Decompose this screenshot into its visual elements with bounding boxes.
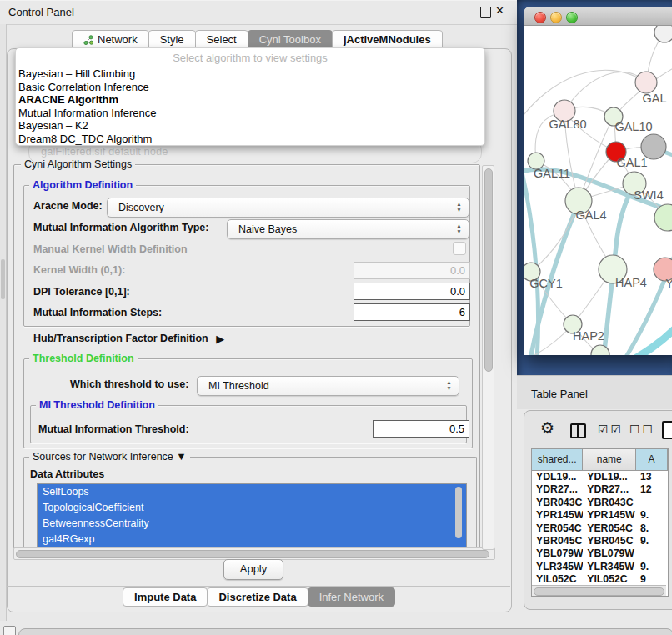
table-row[interactable]: YER054CYER054C8. xyxy=(532,522,668,535)
tab-discretize-data[interactable]: Discretize Data xyxy=(207,588,308,607)
hub-definition-label: Hub/Transcription Factor Definition xyxy=(33,332,208,344)
list-scrollbar-thumb[interactable] xyxy=(455,487,462,538)
which-threshold-label: Which threshold to use: xyxy=(70,378,188,390)
algorithm-option-aracne-algorithm[interactable]: ARACNE Algorithm xyxy=(16,93,484,107)
table-row[interactable]: YBR045CYBR045C9. xyxy=(532,535,668,548)
which-threshold-select[interactable]: MI Threshold ▲▼ xyxy=(197,376,459,396)
table-row[interactable]: YLR345WYLR345W9. xyxy=(532,561,668,573)
mi-steps-field[interactable]: 6 xyxy=(354,303,470,321)
manual-kernel-checkbox[interactable] xyxy=(453,242,466,255)
mi-threshold-title: MI Threshold Definition xyxy=(36,399,158,411)
left-splitter-strip[interactable] xyxy=(0,24,7,621)
tab-impute-data[interactable]: Impute Data xyxy=(123,588,208,607)
table-row[interactable]: YPR145WYPR145W9. xyxy=(532,509,668,522)
algorithm-option-mutual-information-inference[interactable]: Mutual Information Inference xyxy=(16,107,484,120)
column-header-shared[interactable]: shared... xyxy=(532,449,583,470)
node-label: HAP2 xyxy=(573,329,604,342)
corner-widget[interactable] xyxy=(3,626,16,635)
tab-label: Cyni Toolbox xyxy=(259,31,321,49)
show-columns-icon[interactable]: ☑☑ xyxy=(598,422,624,436)
mi-steps-label: Mutual Information Steps: xyxy=(33,307,162,318)
network-window[interactable]: GALGAL80GAL10GAL1SWI4GAL11GAL4GCY1HAP4YH… xyxy=(524,7,672,355)
data-attribute-gal4rgexp[interactable]: gal4RGexp xyxy=(38,532,466,548)
column-header-name[interactable]: name xyxy=(583,449,636,470)
dropdown-items: Bayesian – Hill ClimbingBasic Correlatio… xyxy=(16,68,484,145)
cell-value: 13 xyxy=(636,471,668,483)
node-label: GAL4 xyxy=(575,208,606,222)
gear-icon[interactable]: ⚙ xyxy=(540,420,554,436)
float-window-icon[interactable] xyxy=(480,7,491,18)
mi-type-select[interactable]: Naive Bayes ▲▼ xyxy=(227,219,469,239)
hide-columns-icon[interactable]: ☐☐ xyxy=(629,422,655,436)
close-traffic-light[interactable] xyxy=(534,12,546,23)
cell-value: 9. xyxy=(636,535,668,548)
settings-horizontal-scrollbar[interactable] xyxy=(13,548,495,560)
cell-name: YER054C xyxy=(583,522,636,535)
data-attribute-selfloops[interactable]: SelfLoops xyxy=(38,484,466,500)
mi-type-value: Naive Bayes xyxy=(238,223,297,235)
network-icon xyxy=(83,35,93,45)
close-icon[interactable]: ✕ xyxy=(495,4,504,17)
network-node[interactable] xyxy=(635,72,657,93)
tab-label: Network xyxy=(98,31,138,49)
table-horizontal-scrollbar[interactable] xyxy=(532,585,666,596)
network-window-titlebar[interactable] xyxy=(524,7,672,26)
sources-toggle[interactable]: Sources for Network Inference ▼ xyxy=(29,451,190,462)
algorithm-option-bayesian-k2[interactable]: Bayesian – K2 xyxy=(16,119,484,132)
network-graph[interactable]: GALGAL80GAL10GAL1SWI4GAL11GAL4GCY1HAP4YH… xyxy=(524,26,672,355)
control-panel-titlebar: Control Panel ✕ xyxy=(0,0,517,25)
control-panel-title: Control Panel xyxy=(8,6,74,18)
table-panel-titlebar: Table Panel xyxy=(517,375,672,409)
chevron-right-icon: ▶ xyxy=(216,332,224,345)
divider xyxy=(7,586,510,587)
table-hscroll-thumb[interactable] xyxy=(534,588,664,596)
node-label: GAL80 xyxy=(549,118,586,131)
stepper-icon: ▲▼ xyxy=(455,201,463,212)
table-row[interactable]: YDR27...YDR27...12 xyxy=(532,483,668,496)
dpi-tolerance-field[interactable]: 0.0 xyxy=(354,282,470,300)
table-header-row: shared...nameA xyxy=(532,449,668,471)
hscroll-thumb[interactable] xyxy=(16,550,489,558)
data-attribute-betweennesscentrality[interactable]: BetweennessCentrality xyxy=(38,516,466,532)
table-row[interactable]: YBR043CYBR043C xyxy=(532,497,668,509)
kernel-width-field[interactable]: 0.0 xyxy=(354,262,470,279)
data-attribute-topologicalcoefficient[interactable]: TopologicalCoefficient xyxy=(38,500,466,516)
cell-value xyxy=(636,497,668,509)
vscroll-thumb[interactable] xyxy=(484,168,493,372)
minimize-traffic-light[interactable] xyxy=(550,12,562,23)
cell-name: YDR27... xyxy=(583,483,636,496)
column-header-a[interactable]: A xyxy=(636,449,668,470)
apply-button[interactable]: Apply xyxy=(223,559,283,580)
table-row[interactable]: YDL19...YDL19...13 xyxy=(532,471,668,483)
cell-shared-name: YER054C xyxy=(532,522,583,535)
network-node[interactable] xyxy=(654,26,672,42)
node-label: GAL10 xyxy=(614,120,652,133)
zoom-traffic-light[interactable] xyxy=(566,12,578,23)
settings-vertical-scrollbar[interactable] xyxy=(482,165,494,550)
table-row[interactable]: YBL079WYBL079W xyxy=(532,548,668,560)
cell-value xyxy=(636,548,668,560)
node-label: GAL1 xyxy=(616,156,647,169)
aracne-mode-select[interactable]: Discovery ▲▼ xyxy=(107,198,469,218)
export-table-icon[interactable] xyxy=(662,421,672,439)
mi-threshold-field[interactable]: 0.5 xyxy=(373,420,469,438)
columns-icon[interactable] xyxy=(570,423,586,438)
cell-shared-name: YBL079W xyxy=(532,548,583,560)
algorithm-option-dream8-dc-tdc-algorithm[interactable]: Dream8 DC_TDC Algorithm xyxy=(16,132,484,146)
table-body: YDL19...YDL19...13YDR27...YDR27...12YBR0… xyxy=(532,471,668,587)
node-table[interactable]: shared...nameA YDL19...YDL19...13YDR27..… xyxy=(531,448,669,597)
data-attributes-list[interactable]: SelfLoopsTopologicalCoefficientBetweenne… xyxy=(37,483,467,548)
algorithm-option-bayesian-hill-climbing[interactable]: Bayesian – Hill Climbing xyxy=(16,68,484,81)
node-label: SWI4 xyxy=(634,188,663,202)
mi-threshold-label: Mutual Information Threshold: xyxy=(38,423,189,435)
aracne-mode-label: Aracne Mode: xyxy=(33,200,103,212)
cell-shared-name: YDL19... xyxy=(532,471,583,483)
hub-definition-toggle[interactable]: Hub/Transcription Factor Definition ▶ xyxy=(33,332,219,344)
tab-infer-network[interactable]: Infer Network xyxy=(308,588,395,607)
cell-name: YBR045C xyxy=(583,535,636,548)
splitter-thumb[interactable] xyxy=(1,259,5,299)
algorithm-option-basic-correlation-inference[interactable]: Basic Correlation Inference xyxy=(16,81,484,94)
dpi-tolerance-label: DPI Tolerance [0,1]: xyxy=(33,286,130,298)
algorithm-dropdown: Select algorithm to view settings Bayesi… xyxy=(15,48,485,146)
network-canvas[interactable]: GALGAL80GAL10GAL1SWI4GAL11GAL4GCY1HAP4YH… xyxy=(524,26,672,355)
